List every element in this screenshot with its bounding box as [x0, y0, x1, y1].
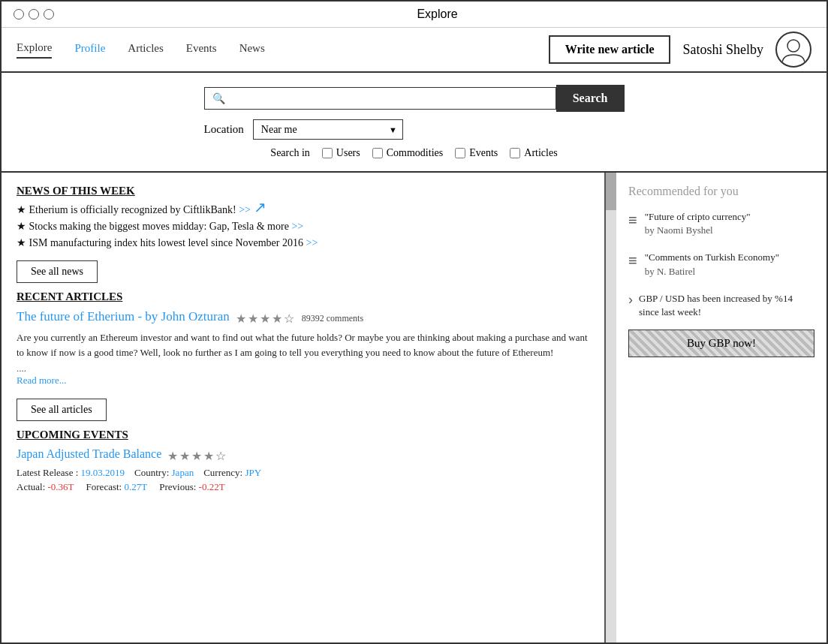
nav-news[interactable]: News [239, 42, 265, 58]
rec-item-2-author: by N. Batirel [645, 265, 779, 278]
country-value: Japan [172, 467, 194, 478]
avatar[interactable] [775, 32, 811, 68]
event-detail-row-2: Actual: -0.36T Forecast: 0.27T Previous:… [17, 481, 589, 493]
checkbox-commodities-input[interactable] [372, 148, 383, 158]
event-star-1: ★ [167, 449, 178, 463]
svg-point-0 [787, 40, 799, 52]
checkbox-users[interactable]: Users [322, 147, 360, 159]
news-item-2-link[interactable]: >> [291, 221, 303, 232]
see-all-news-button[interactable]: See all news [17, 260, 98, 283]
event-star-3: ★ [191, 449, 202, 463]
country-label: Country: [134, 467, 169, 478]
nav-links: Explore Profile Articles Events News [17, 41, 549, 59]
checkbox-commodities[interactable]: Commodities [372, 147, 443, 159]
article-list-icon-1: ≡ [628, 212, 637, 229]
window-title: Explore [60, 8, 814, 21]
gbp-notice: › GBP / USD has been increased by %14 si… [628, 292, 814, 319]
events-section: UPCOMING EVENTS Japan Adjusted Trade Bal… [17, 429, 589, 493]
checkbox-commodities-label: Commodities [387, 147, 443, 159]
checkbox-articles[interactable]: Articles [510, 147, 557, 159]
previous-label: Previous: [159, 481, 196, 492]
news-item-1: ★ Etherium is officially recognized by C… [17, 203, 589, 216]
article-body: Are you currently an Ethereum investor a… [17, 330, 589, 360]
location-select[interactable]: Near me Worldwide Custom [253, 119, 403, 140]
rec-item-2-content: "Comments on Turkish Economy" by N. Bati… [645, 251, 779, 278]
nav-events[interactable]: Events [186, 42, 217, 58]
checkbox-events-input[interactable] [455, 148, 465, 158]
star-1: ★ [236, 311, 246, 326]
star-2: ★ [248, 311, 258, 326]
avatar-icon [779, 35, 808, 64]
articles-section: RECENT ARTICLES The future of Etherium -… [17, 290, 589, 429]
news-item-2-text: Stocks making the biggest moves midday: … [29, 221, 289, 232]
event-header-row: Japan Adjusted Trade Balance ★ ★ ★ ★ ☆ [17, 447, 589, 464]
news-item-3-text: ISM manufacturing index hits lowest leve… [29, 237, 303, 248]
news-section: NEWS OF THIS WEEK ★ Etherium is official… [17, 185, 589, 290]
checkbox-articles-input[interactable] [510, 148, 520, 158]
window-controls [14, 9, 54, 20]
event-star-4: ★ [203, 449, 214, 463]
rec-item-1: ≡ "Future of cripto currency" by Naomi B… [628, 210, 814, 237]
search-icon: 🔍 [212, 92, 225, 104]
location-label: Location [204, 123, 244, 136]
news-item-2: ★ Stocks making the biggest moves midday… [17, 220, 589, 233]
search-button[interactable]: Search [556, 85, 625, 112]
search-in-row: Search in Users Commodities Events Artic… [270, 147, 557, 159]
event-detail-row-1: Latest Release : 19.03.2019 Country: Jap… [17, 467, 589, 479]
see-all-articles-button[interactable]: See all articles [17, 399, 107, 421]
rec-item-1-author: by Naomi Byshel [645, 224, 751, 237]
article-header-row: The future of Etherium - by John Ozturan… [17, 309, 589, 327]
article-ellipsis: .... [17, 363, 589, 375]
checkbox-events[interactable]: Events [455, 147, 498, 159]
star-3: ★ [260, 311, 270, 326]
scrollbar-track[interactable] [606, 173, 616, 642]
right-panel: Recommended for you ≡ "Future of cripto … [616, 173, 826, 642]
title-bar: Explore [2, 2, 826, 28]
checkbox-articles-label: Articles [524, 147, 557, 159]
buy-gbp-button[interactable]: Buy GBP now! [628, 330, 814, 357]
articles-section-title: RECENT ARTICLES [17, 290, 589, 303]
nav-articles[interactable]: Articles [128, 42, 163, 58]
star-4: ★ [272, 311, 282, 326]
nav-right: Write new article Satoshi Shelby [549, 32, 811, 68]
search-section: 🔍 Search Location Near me Worldwide Cust… [2, 73, 826, 173]
cursor-icon: ↖ [254, 198, 266, 216]
latest-release-value: 19.03.2019 [81, 467, 125, 478]
article-title[interactable]: The future of Etherium - by John Ozturan [17, 309, 230, 324]
maximize-btn[interactable] [44, 9, 54, 20]
rec-item-1-quote[interactable]: "Future of cripto currency" [645, 210, 751, 224]
scrollbar-thumb[interactable] [606, 173, 616, 210]
checkbox-users-input[interactable] [322, 148, 333, 158]
article-list-icon-2: ≡ [628, 252, 637, 269]
currency-value: JPY [245, 467, 261, 478]
rec-item-1-content: "Future of cripto currency" by Naomi Bys… [645, 210, 751, 237]
news-section-title: NEWS OF THIS WEEK [17, 185, 589, 197]
actual-label: Actual: [17, 481, 45, 492]
search-input[interactable] [230, 92, 548, 104]
close-btn[interactable] [14, 9, 24, 20]
read-more-link[interactable]: Read more... [17, 375, 589, 387]
search-input-wrap: 🔍 [204, 87, 556, 110]
checkbox-events-label: Events [469, 147, 498, 159]
previous-value: -0.22T [199, 481, 225, 492]
star-rating: ★ ★ ★ ★ ☆ [236, 311, 294, 326]
comments-count: 89392 comments [302, 313, 363, 324]
star-5: ☆ [284, 311, 294, 326]
event-star-2: ★ [179, 449, 190, 463]
rec-item-2: ≡ "Comments on Turkish Economy" by N. Ba… [628, 251, 814, 278]
nav-profile[interactable]: Profile [74, 42, 105, 58]
news-item-3: ★ ISM manufacturing index hits lowest le… [17, 236, 589, 249]
minimize-btn[interactable] [29, 9, 39, 20]
search-in-label: Search in [270, 147, 309, 159]
event-title[interactable]: Japan Adjusted Trade Balance [17, 447, 161, 461]
write-article-button[interactable]: Write new article [549, 35, 671, 64]
search-row: 🔍 Search [204, 85, 625, 112]
chevron-right-icon: › [628, 292, 633, 308]
rec-item-2-quote[interactable]: "Comments on Turkish Economy" [645, 251, 779, 264]
left-panel: NEWS OF THIS WEEK ★ Etherium is official… [2, 173, 606, 642]
currency-label: Currency: [203, 467, 242, 478]
gbp-text: GBP / USD has been increased by %14 sinc… [639, 292, 814, 319]
nav-explore[interactable]: Explore [17, 41, 52, 59]
news-item-1-link[interactable]: >> [239, 204, 251, 215]
news-item-3-link[interactable]: >> [306, 237, 318, 248]
